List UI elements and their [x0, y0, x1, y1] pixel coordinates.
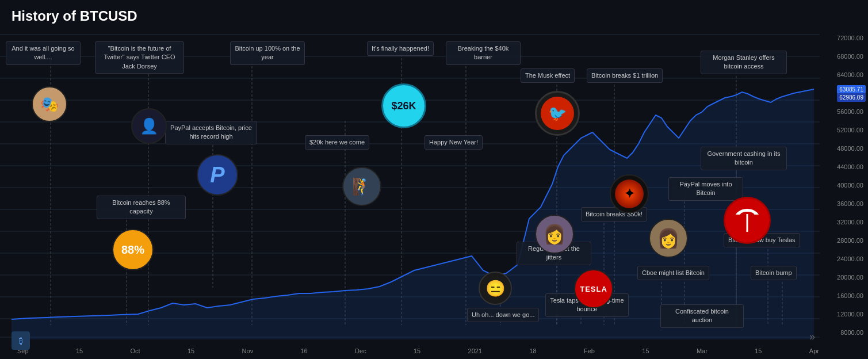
x-label-16: 16 [300, 347, 307, 354]
circle-tesla-small: TESLA [574, 269, 613, 308]
annotation-88-capacity: Bitcoin reaches 88% capacity [97, 196, 186, 219]
annotation-bitcoin-100: Bitcoin up 100% on the year [230, 41, 305, 65]
circle-jack-dorsey: 👤 [131, 108, 167, 144]
annotation-cboe: Cboe might list Bitcoin [637, 266, 709, 280]
svg-rect-36 [747, 214, 748, 232]
x-label-oct: Oct [131, 347, 140, 354]
x-axis: Sep 15 Oct 15 Nov 16 Dec 15 2021 18 Feb … [17, 347, 819, 354]
circle-paypal: P [197, 154, 238, 196]
annotation-jack-dorsey: "Bitcoin is the future of Twitter" says … [95, 41, 184, 74]
y-label-36000: 36000.00 [822, 200, 863, 207]
annotation-paypal-bitcoin: PayPal moves into Bitcoin [668, 177, 743, 201]
chart-container: History of BTCUSD [0, 0, 868, 359]
price-label-current: 63085.71 [837, 85, 866, 94]
x-label-nov: Nov [242, 347, 254, 354]
annotation-1-trillion: Bitcoin breaks $1 trillion [587, 68, 663, 83]
annotation-morgan-stanley: Morgan Stanley offers bitcoin access [701, 51, 787, 74]
y-label-56000: 56000.00 [822, 108, 863, 115]
annotation-paypal-accepts: PayPal accepts Bitcoin, price hits recor… [165, 121, 257, 144]
x-label-15e: 15 [755, 347, 762, 354]
x-label-feb: Feb [584, 347, 595, 354]
circle-starburst: ✦ [610, 174, 649, 213]
y-label-12000: 12000.00 [822, 311, 863, 318]
x-label-15d: 15 [642, 347, 649, 354]
y-axis: 72000.00 68000.00 64000.00 60000.00 5600… [822, 0, 868, 359]
y-label-40000: 40000.00 [822, 182, 863, 189]
circle-yellen: 👩 [535, 215, 574, 254]
x-label-mar: Mar [697, 347, 708, 354]
circle-woman-paypal: 👩 [649, 219, 688, 258]
x-label-2021: 2021 [468, 347, 482, 354]
x-label-dec: Dec [355, 347, 366, 354]
y-label-28000: 28000.00 [822, 237, 863, 244]
annotation-happy-new-year: Happy New Year! [425, 135, 483, 150]
y-label-44000: 44000.00 [822, 163, 863, 170]
y-label-16000: 16000.00 [822, 292, 863, 299]
y-label-68000: 68000.00 [822, 53, 863, 60]
y-label-64000: 64000.00 [822, 71, 863, 78]
y-label-52000: 52000.00 [822, 127, 863, 133]
annotation-musk-effect: The Musk effect [521, 68, 575, 83]
circle-sad-face: 😑 [479, 272, 512, 305]
chart-watermark: ₿ [12, 331, 30, 350]
x-label-apr: Apr [809, 347, 819, 354]
annotation-govt-cashing: Government cashing in its bitcoin [701, 147, 787, 170]
x-label-15a: 15 [76, 347, 83, 354]
annotation-confiscated: Confiscated bitcoin auction [660, 304, 744, 328]
x-label-15c: 15 [414, 347, 420, 354]
x-label-15b: 15 [188, 347, 194, 354]
circle-26k: $26K [381, 83, 426, 128]
annotation-all-going-well: And it was all going so well.... [6, 41, 81, 65]
circle-88-percent: 88% [112, 229, 154, 270]
x-label-18: 18 [529, 347, 536, 354]
nav-arrow[interactable]: » [809, 331, 815, 343]
y-label-72000: 72000.00 [822, 35, 863, 41]
y-label-8000: 8000.00 [822, 329, 863, 336]
y-label-48000: 48000.00 [822, 145, 863, 152]
y-label-32000: 32000.00 [822, 219, 863, 226]
y-label-20000: 20000.00 [822, 274, 863, 281]
annotation-20k: $20k here we come [305, 135, 369, 150]
annotation-40k-barrier: Breaking the $40k barrier [446, 41, 521, 65]
annotation-down-we-go: Uh oh... down we go... [467, 308, 539, 322]
circle-sep-person: 🎭 [32, 86, 67, 122]
circle-twitter-musk: 🐦 [535, 91, 580, 136]
annotation-bitcoin-bump: Bitcoin bump [751, 266, 797, 280]
circle-ladder: 🧗 [342, 167, 381, 206]
annotation-finally-happened: It's finally happened! [367, 41, 434, 56]
circle-tesla-large [724, 197, 771, 244]
price-label-previous: 62986.09 [837, 93, 866, 102]
y-label-24000: 24000.00 [822, 255, 863, 262]
